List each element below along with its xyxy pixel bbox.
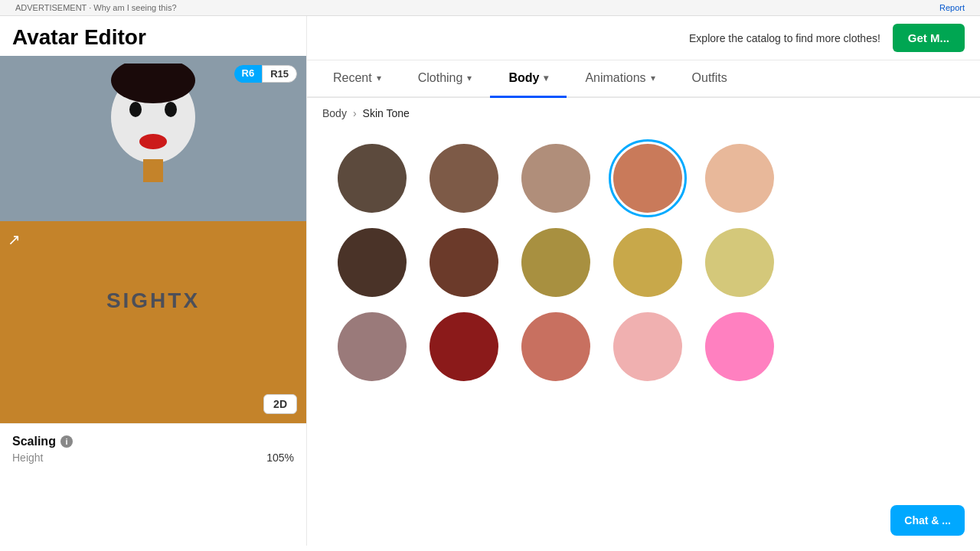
recent-chevron-icon: ▾: [377, 73, 381, 83]
body-chevron-icon: ▾: [544, 73, 548, 83]
ad-bar-right[interactable]: Report: [939, 3, 965, 12]
skin-tone-row-1: [338, 144, 949, 213]
avatar-face-svg: [103, 64, 203, 186]
skin-tone-6[interactable]: [338, 228, 407, 297]
avatar-body-background: [0, 221, 306, 423]
main-container: Avatar Editor R6: [0, 16, 980, 546]
scaling-section: Scaling i Height 105%: [0, 423, 306, 471]
skin-tone-2[interactable]: [430, 144, 498, 213]
skin-tone-7[interactable]: [430, 228, 498, 297]
tab-body[interactable]: Body ▾: [490, 60, 567, 98]
skin-tone-row-3: [338, 312, 949, 381]
ad-bar-left: ADVERTISEMENT · Why am I seeing this?: [15, 3, 177, 12]
catalog-text: Explore the catalog to find more clothes…: [689, 32, 880, 44]
rig-badge[interactable]: R6 R15: [234, 65, 297, 83]
scaling-height-row: Height 105%: [12, 452, 294, 464]
right-panel: Explore the catalog to find more clothes…: [306, 16, 980, 546]
view-2d-badge[interactable]: 2D: [263, 394, 297, 414]
breadcrumb-current: Skin Tone: [363, 107, 410, 119]
height-value: 105%: [266, 452, 294, 464]
skin-tone-grid: [307, 129, 980, 546]
svg-point-3: [165, 102, 177, 117]
skin-tone-row-2: [338, 228, 949, 297]
get-more-button[interactable]: Get M...: [893, 24, 965, 52]
svg-point-4: [139, 134, 167, 149]
tab-outfits[interactable]: Outfits: [674, 60, 746, 98]
rig-r15-label[interactable]: R15: [262, 65, 297, 83]
skin-tone-9[interactable]: [613, 228, 682, 297]
ad-bar: ADVERTISEMENT · Why am I seeing this? Re…: [0, 0, 980, 16]
skin-tone-5[interactable]: [705, 144, 774, 213]
tab-clothing[interactable]: Clothing ▾: [400, 60, 491, 98]
tab-recent[interactable]: Recent ▾: [315, 60, 400, 98]
tab-animations[interactable]: Animations ▾: [567, 60, 673, 98]
breadcrumb: Body › Skin Tone: [307, 98, 980, 129]
breadcrumb-parent[interactable]: Body: [322, 107, 347, 119]
left-panel: Avatar Editor R6: [0, 16, 306, 546]
catalog-bar: Explore the catalog to find more clothes…: [307, 16, 980, 60]
skin-tone-15[interactable]: [705, 312, 774, 381]
skin-tone-13[interactable]: [521, 312, 590, 381]
rotate-left-icon[interactable]: ↗: [8, 230, 21, 249]
skin-tone-1[interactable]: [338, 144, 407, 213]
skin-tone-8[interactable]: [521, 228, 590, 297]
skin-tone-11[interactable]: [338, 312, 407, 381]
breadcrumb-separator: ›: [353, 107, 357, 119]
nav-tabs: Recent ▾ Clothing ▾ Body ▾ Animations ▾ …: [307, 60, 980, 98]
clothing-chevron-icon: ▾: [467, 73, 472, 83]
skin-tone-12[interactable]: [430, 312, 498, 381]
skin-tone-10[interactable]: [705, 228, 774, 297]
animations-chevron-icon: ▾: [651, 73, 655, 83]
height-label: Height: [12, 452, 43, 464]
skin-tone-4[interactable]: [613, 144, 682, 213]
skin-tone-14[interactable]: [613, 312, 682, 381]
chat-button[interactable]: Chat & ...: [890, 505, 965, 536]
scaling-title: Scaling i: [12, 435, 294, 448]
sightx-watermark: SIGHTX: [106, 289, 200, 313]
rig-r6-label[interactable]: R6: [234, 65, 263, 83]
scaling-info-icon[interactable]: i: [60, 435, 73, 448]
svg-rect-5: [143, 159, 163, 182]
skin-tone-3[interactable]: [521, 144, 590, 213]
page-title: Avatar Editor: [0, 16, 306, 56]
svg-point-2: [129, 102, 142, 117]
avatar-preview: R6 R15 ↗ SIGHTX 2D: [0, 56, 306, 423]
